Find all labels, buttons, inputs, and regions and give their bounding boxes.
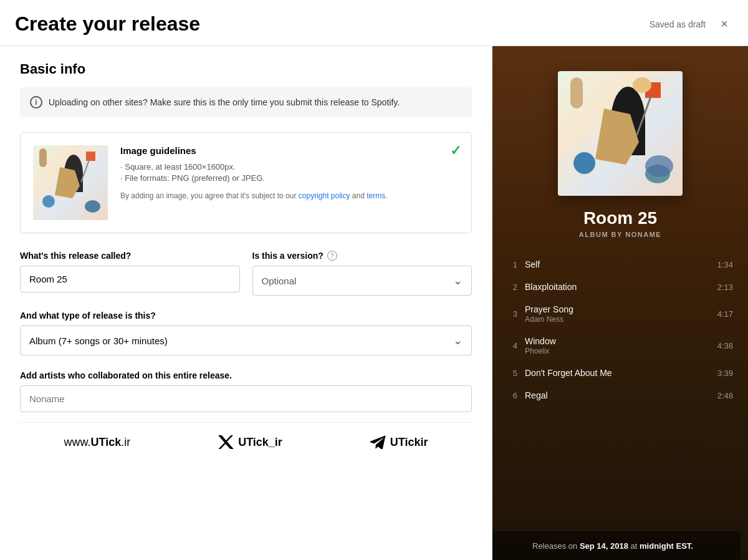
watermark-twitter: UTick_ir [218, 435, 282, 449]
release-type-chevron-icon: ⌄ [453, 334, 463, 347]
track-duration: 1:34 [717, 260, 733, 269]
track-info: Don't Forget About Me [525, 368, 710, 378]
image-guidelines-info: Image guidelines · Square, at least 1600… [120, 145, 459, 201]
track-info: Prayer Song Adam Ness [525, 304, 710, 324]
checkmark-icon: ✓ [450, 143, 461, 159]
release-type-label: And what type of release is this? [20, 311, 472, 321]
guideline-1: · Square, at least 1600×1600px. [120, 162, 459, 171]
release-name-label: What's this release called? [20, 251, 240, 261]
info-text: Uploading on other sites? Make sure this… [49, 97, 400, 107]
version-help-icon[interactable]: ? [327, 251, 337, 261]
right-panel: Room 25 ALBUM BY NONAME 1 Self 1:34 2 Bl… [492, 46, 748, 560]
saved-draft-label: Saved as draft [650, 19, 706, 29]
terms-link[interactable]: terms [367, 191, 385, 200]
track-name: Window [525, 336, 710, 346]
release-type-value: Album (7+ songs or 30+ minutes) [29, 336, 168, 346]
release-footer: Releases on Sep 14, 2018 at midnight EST… [492, 531, 741, 560]
collaborators-group: Add artists who collaborated on this ent… [20, 370, 472, 412]
track-duration: 4:38 [717, 341, 733, 350]
track-item[interactable]: 2 Blaxploitation 2:13 [507, 276, 733, 298]
track-info: Window Phoelix [525, 336, 710, 355]
version-group: Is this a version? ? Optional ⌄ [252, 251, 472, 296]
watermark-website: www.UTick.ir [64, 436, 130, 449]
main-content: Basic info i Uploading on other sites? M… [0, 46, 748, 560]
track-number: 4 [507, 341, 517, 350]
track-number: 1 [507, 260, 517, 269]
track-number: 5 [507, 369, 517, 378]
track-artist: Adam Ness [525, 315, 710, 324]
image-upload-area[interactable]: Image guidelines · Square, at least 1600… [20, 132, 472, 233]
album-thumbnail[interactable] [33, 145, 108, 220]
track-duration: 2:48 [717, 391, 733, 400]
album-cover-art [558, 71, 683, 196]
copyright-link[interactable]: copyright policy [299, 191, 350, 200]
version-chevron-icon: ⌄ [453, 274, 463, 287]
collaborators-input[interactable] [20, 385, 472, 412]
track-duration: 4:17 [717, 309, 733, 319]
left-panel: Basic info i Uploading on other sites? M… [0, 46, 492, 560]
image-agreement-text: By adding an image, you agree that it's … [120, 190, 459, 201]
image-guidelines-title: Image guidelines [120, 145, 459, 156]
track-number: 3 [507, 309, 517, 319]
release-type-select[interactable]: Album (7+ songs or 30+ minutes) ⌄ [20, 326, 472, 355]
track-name: Self [525, 259, 710, 269]
track-info: Self [525, 259, 710, 269]
album-subtitle: ALBUM BY NONAME [579, 231, 661, 238]
version-label-row: Is this a version? ? [252, 251, 472, 261]
header-right: Saved as draft × [650, 16, 733, 33]
track-name: Prayer Song [525, 304, 710, 314]
release-date-text: Releases on Sep 14, 2018 at midnight EST… [532, 541, 693, 551]
release-name-version-row: What's this release called? Is this a ve… [20, 251, 472, 296]
track-item[interactable]: 6 Regal 2:48 [507, 384, 733, 407]
track-item[interactable]: 5 Don't Forget About Me 3:39 [507, 362, 733, 384]
track-name: Don't Forget About Me [525, 368, 710, 378]
watermark-bar: www.UTick.ir UTick_ir UTickir [20, 422, 472, 455]
thumb-art [33, 145, 108, 220]
guideline-2: · File formats: PNG (preferred) or JPEG. [120, 173, 459, 183]
collaborators-label: Add artists who collaborated on this ent… [20, 370, 472, 380]
track-number: 6 [507, 391, 517, 400]
version-placeholder: Optional [262, 276, 297, 286]
telegram-icon [370, 435, 386, 449]
track-list: 1 Self 1:34 2 Blaxploitation 2:13 3 Pray… [507, 253, 733, 524]
track-name: Blaxploitation [525, 282, 710, 292]
track-item[interactable]: 4 Window Phoelix 4:38 [507, 330, 733, 362]
track-info: Blaxploitation [525, 282, 710, 292]
track-duration: 3:39 [717, 369, 733, 378]
album-title: Room 25 [583, 208, 657, 228]
release-type-group: And what type of release is this? Album … [20, 311, 472, 355]
version-label: Is this a version? [252, 251, 324, 261]
track-name: Regal [525, 390, 710, 400]
header: Create your release Saved as draft × [0, 0, 748, 46]
track-number: 2 [507, 282, 517, 292]
album-cover [558, 71, 683, 196]
twitter-icon [218, 435, 234, 449]
release-name-input[interactable] [20, 266, 240, 292]
section-title: Basic info [20, 61, 472, 77]
release-name-group: What's this release called? [20, 251, 240, 296]
info-banner: i Uploading on other sites? Make sure th… [20, 87, 472, 117]
close-button[interactable]: × [716, 16, 733, 33]
track-item[interactable]: 1 Self 1:34 [507, 253, 733, 276]
watermark-telegram: UTickir [370, 435, 428, 449]
track-duration: 2:13 [717, 282, 733, 292]
track-info: Regal [525, 390, 710, 400]
page-title: Create your release [15, 12, 200, 36]
version-select[interactable]: Optional ⌄ [252, 266, 472, 296]
track-artist: Phoelix [525, 347, 710, 355]
info-icon: i [30, 96, 42, 109]
track-item[interactable]: 3 Prayer Song Adam Ness 4:17 [507, 298, 733, 330]
